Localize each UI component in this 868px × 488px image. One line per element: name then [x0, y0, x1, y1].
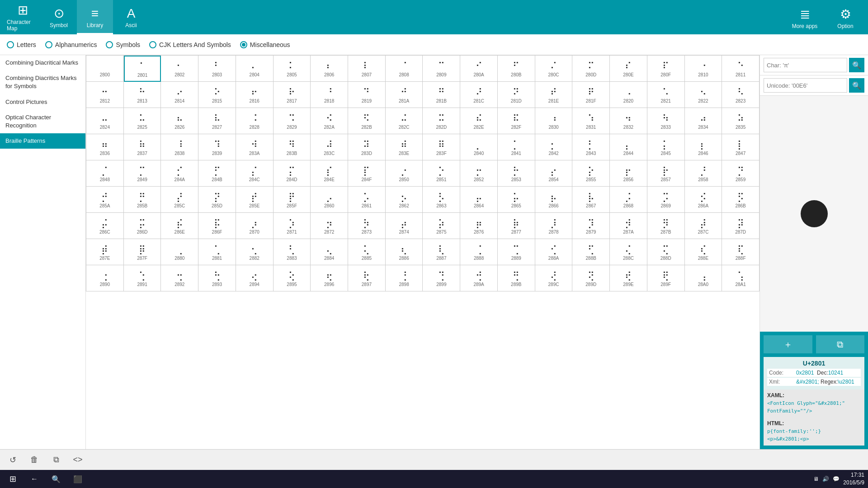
char-cell-2895[interactable]: ⢕2895	[274, 265, 311, 291]
char-cell-2890[interactable]: ⢐2890	[86, 265, 124, 291]
char-cell-2842[interactable]: ⡂2842	[535, 134, 573, 160]
char-cell-2832[interactable]: ⠲2832	[610, 108, 647, 134]
char-cell-2826[interactable]: ⠦2826	[161, 108, 198, 134]
char-cell-2867[interactable]: ⡧2867	[572, 187, 610, 213]
char-cell-284C[interactable]: ⡌284C	[236, 160, 274, 187]
char-cell-2896[interactable]: ⢖2896	[311, 265, 348, 291]
char-cell-281A[interactable]: ⠚281A	[386, 82, 423, 108]
char-cell-283F[interactable]: ⠿283F	[423, 134, 460, 160]
char-cell-2847[interactable]: ⡇2847	[722, 134, 760, 160]
char-cell-2861[interactable]: ⡡2861	[348, 187, 386, 213]
char-cell-284A[interactable]: ⡊284A	[161, 160, 198, 187]
char-cell-2892[interactable]: ⢒2892	[161, 265, 198, 291]
char-cell-280F[interactable]: ⠏280F	[647, 56, 685, 82]
char-cell-2806[interactable]: ⠆2806	[311, 56, 348, 82]
char-cell-287C[interactable]: ⡼287C	[685, 213, 722, 239]
char-cell-2899[interactable]: ⢙2899	[423, 265, 460, 291]
char-cell-2843[interactable]: ⡃2843	[572, 134, 610, 160]
more-apps-button[interactable]: ≣ More apps	[787, 0, 823, 34]
char-cell-2855[interactable]: ⡕2855	[572, 160, 610, 187]
char-cell-2836[interactable]: ⠶2836	[86, 134, 124, 160]
char-cell-281E[interactable]: ⠞281E	[535, 82, 573, 108]
radio-miscellaneous[interactable]	[240, 41, 247, 48]
char-cell-284D[interactable]: ⡍284D	[274, 160, 311, 187]
sidebar-item-control-pictures[interactable]: Control Pictures	[0, 94, 85, 110]
delete-button[interactable]: 🗑	[26, 452, 42, 468]
char-cell-2858[interactable]: ⡘2858	[685, 160, 722, 187]
radio-symbols[interactable]	[106, 41, 113, 48]
char-cell-2835[interactable]: ⠵2835	[722, 108, 760, 134]
char-cell-2886[interactable]: ⢆2886	[386, 239, 423, 265]
char-cell-283B[interactable]: ⠻283B	[274, 134, 311, 160]
option-button[interactable]: ⚙ Option	[827, 0, 863, 34]
char-cell-2871[interactable]: ⡱2871	[274, 213, 311, 239]
char-cell-2851[interactable]: ⡑2851	[423, 160, 460, 187]
char-cell-2884[interactable]: ⢄2884	[311, 239, 348, 265]
char-cell-2807[interactable]: ⠇2807	[348, 56, 386, 82]
char-cell-289C[interactable]: ⢜289C	[535, 265, 573, 291]
char-cell-280A[interactable]: ⠊280A	[460, 56, 498, 82]
char-cell-2874[interactable]: ⡴2874	[386, 213, 423, 239]
char-cell-2820[interactable]: ⠠2820	[610, 82, 647, 108]
radio-letters[interactable]	[7, 41, 14, 48]
char-cell-2881[interactable]: ⢁2881	[198, 239, 236, 265]
char-cell-287D[interactable]: ⡽287D	[722, 213, 760, 239]
sidebar-item-braille-patterns[interactable]: Braille Patterns	[0, 133, 85, 149]
char-cell-286A[interactable]: ⡪286A	[685, 187, 722, 213]
char-cell-284F[interactable]: ⡏284F	[348, 160, 386, 187]
char-cell-281C[interactable]: ⠜281C	[460, 82, 498, 108]
char-cell-2818[interactable]: ⠘2818	[311, 82, 348, 108]
char-cell-2859[interactable]: ⡙2859	[722, 160, 760, 187]
sidebar-item-combining-diacritics-symbols[interactable]: Combining Diacritics Marks for Symbols	[0, 70, 85, 94]
char-cell-285F[interactable]: ⡟285F	[274, 187, 311, 213]
char-cell-2834[interactable]: ⠴2834	[685, 108, 722, 134]
char-cell-2852[interactable]: ⡒2852	[460, 160, 498, 187]
toolbar-ascii[interactable]: A Ascii	[113, 0, 149, 34]
refresh-button[interactable]: ↺	[5, 452, 21, 468]
char-cell-2880[interactable]: ⢀2880	[161, 239, 198, 265]
toolbar-character-map[interactable]: ⊞ Character Map	[5, 0, 41, 34]
toolbar-symbol[interactable]: ⊙ Symbol	[41, 0, 77, 34]
char-cell-2802[interactable]: ⠂2802	[161, 56, 198, 82]
taskbar-task-view-button[interactable]: ⬛	[69, 470, 87, 488]
char-cell-2844[interactable]: ⡄2844	[610, 134, 647, 160]
category-symbols[interactable]: Symbols	[106, 41, 140, 48]
char-cell-2882[interactable]: ⢂2882	[236, 239, 274, 265]
char-cell-2860[interactable]: ⡠2860	[311, 187, 348, 213]
char-cell-285B[interactable]: ⡛285B	[124, 187, 161, 213]
char-cell-2877[interactable]: ⡷2877	[498, 213, 535, 239]
char-cell-2846[interactable]: ⡆2846	[685, 134, 722, 160]
char-cell-2865[interactable]: ⡥2865	[498, 187, 535, 213]
char-cell-2862[interactable]: ⡢2862	[386, 187, 423, 213]
char-cell-2849[interactable]: ⡉2849	[124, 160, 161, 187]
char-cell-283C[interactable]: ⠼283C	[311, 134, 348, 160]
char-cell-286B[interactable]: ⡫286B	[722, 187, 760, 213]
copy-button[interactable]: ⧉	[816, 335, 865, 353]
char-cell-2817[interactable]: ⠗2817	[274, 82, 311, 108]
category-alphanumerics[interactable]: Alphanumerics	[45, 41, 97, 48]
taskbar-search-button[interactable]: 🔍	[47, 470, 65, 488]
char-cell-2828[interactable]: ⠨2828	[236, 108, 274, 134]
char-cell-285C[interactable]: ⡜285C	[161, 187, 198, 213]
char-cell-2812[interactable]: ⠒2812	[86, 82, 124, 108]
char-cell-2893[interactable]: ⢓2893	[198, 265, 236, 291]
char-cell-2868[interactable]: ⡨2868	[610, 187, 647, 213]
char-cell-282C[interactable]: ⠬282C	[386, 108, 423, 134]
char-cell-282F[interactable]: ⠯282F	[498, 108, 535, 134]
char-cell-2872[interactable]: ⡲2872	[311, 213, 348, 239]
char-cell-287A[interactable]: ⡺287A	[610, 213, 647, 239]
sidebar-item-optical-character[interactable]: Optical Character Recognition	[0, 110, 85, 133]
char-cell-2821[interactable]: ⠡2821	[647, 82, 685, 108]
char-cell-2808[interactable]: ⠈2808	[386, 56, 423, 82]
char-cell-2816[interactable]: ⠖2816	[236, 82, 274, 108]
char-cell-289E[interactable]: ⢞289E	[610, 265, 647, 291]
category-miscellaneous[interactable]: Miscellaneous	[240, 41, 290, 48]
char-cell-2804[interactable]: ⠄2804	[236, 56, 274, 82]
char-cell-2845[interactable]: ⡅2845	[647, 134, 685, 160]
char-cell-2857[interactable]: ⡗2857	[647, 160, 685, 187]
char-cell-2856[interactable]: ⡖2856	[610, 160, 647, 187]
taskbar-back-button[interactable]: ←	[25, 470, 43, 488]
char-cell-2827[interactable]: ⠧2827	[198, 108, 236, 134]
char-cell-2889[interactable]: ⢉2889	[498, 239, 535, 265]
char-cell-28A1[interactable]: ⢡28A1	[722, 265, 760, 291]
